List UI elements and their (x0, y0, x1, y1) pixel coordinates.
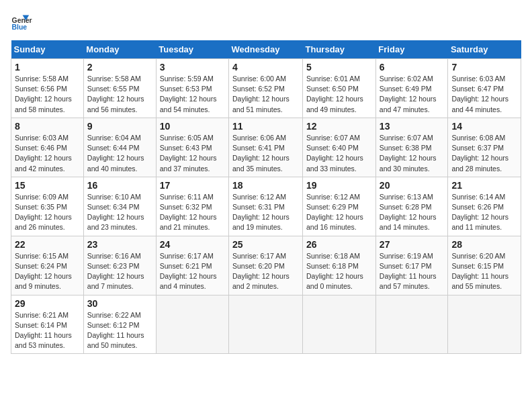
day-info: Sunrise: 6:13 AMSunset: 6:28 PMDaylight:… (380, 192, 445, 233)
day-info: Sunrise: 6:02 AMSunset: 6:49 PMDaylight:… (380, 74, 445, 115)
day-info: Sunrise: 6:12 AMSunset: 6:29 PMDaylight:… (306, 192, 372, 233)
calendar-cell: 28Sunrise: 6:20 AMSunset: 6:15 PMDayligh… (448, 236, 521, 295)
day-info: Sunrise: 5:58 AMSunset: 6:56 PMDaylight:… (15, 74, 80, 115)
calendar-cell: 26Sunrise: 6:18 AMSunset: 6:18 PMDayligh… (303, 236, 376, 295)
day-info: Sunrise: 6:12 AMSunset: 6:31 PMDaylight:… (232, 192, 299, 233)
svg-text:General: General (12, 17, 32, 24)
logo-icon: General Blue (11, 11, 32, 32)
calendar-cell: 6Sunrise: 6:02 AMSunset: 6:49 PMDaylight… (375, 59, 448, 118)
calendar-cell (448, 295, 521, 354)
day-number: 19 (306, 180, 372, 191)
calendar-cell: 30Sunrise: 6:22 AMSunset: 6:12 PMDayligh… (83, 295, 156, 354)
col-header-saturday: Saturday (448, 40, 521, 59)
calendar-cell: 3Sunrise: 5:59 AMSunset: 6:53 PMDaylight… (156, 59, 228, 118)
col-header-wednesday: Wednesday (229, 40, 303, 59)
calendar-cell: 17Sunrise: 6:11 AMSunset: 6:32 PMDayligh… (156, 177, 228, 236)
col-header-sunday: Sunday (11, 40, 84, 59)
day-info: Sunrise: 6:01 AMSunset: 6:50 PMDaylight:… (306, 74, 372, 115)
day-info: Sunrise: 6:10 AMSunset: 6:34 PMDaylight:… (87, 192, 152, 233)
calendar-week-2: 15Sunrise: 6:09 AMSunset: 6:35 PMDayligh… (11, 177, 521, 236)
day-number: 22 (15, 239, 80, 250)
day-info: Sunrise: 6:20 AMSunset: 6:15 PMDaylight:… (451, 251, 517, 292)
calendar-cell: 11Sunrise: 6:06 AMSunset: 6:41 PMDayligh… (229, 118, 303, 177)
day-number: 9 (87, 121, 152, 132)
col-header-friday: Friday (375, 40, 448, 59)
day-number: 21 (451, 180, 517, 191)
calendar-cell: 4Sunrise: 6:00 AMSunset: 6:52 PMDaylight… (229, 59, 303, 118)
day-info: Sunrise: 6:03 AMSunset: 6:46 PMDaylight:… (15, 133, 80, 174)
calendar-cell: 29Sunrise: 6:21 AMSunset: 6:14 PMDayligh… (11, 295, 84, 354)
calendar-cell: 21Sunrise: 6:14 AMSunset: 6:26 PMDayligh… (448, 177, 521, 236)
calendar-week-0: 1Sunrise: 5:58 AMSunset: 6:56 PMDaylight… (11, 59, 521, 118)
col-header-monday: Monday (83, 40, 156, 59)
day-info: Sunrise: 6:03 AMSunset: 6:47 PMDaylight:… (451, 74, 517, 115)
calendar-cell (375, 295, 448, 354)
svg-text:Blue: Blue (12, 24, 28, 31)
day-number: 12 (306, 121, 372, 132)
col-header-thursday: Thursday (303, 40, 376, 59)
calendar-cell: 2Sunrise: 5:58 AMSunset: 6:55 PMDaylight… (83, 59, 156, 118)
calendar-cell: 18Sunrise: 6:12 AMSunset: 6:31 PMDayligh… (229, 177, 303, 236)
day-number: 25 (232, 239, 299, 250)
day-number: 6 (380, 62, 445, 73)
day-info: Sunrise: 6:08 AMSunset: 6:37 PMDaylight:… (451, 133, 517, 174)
day-number: 20 (380, 180, 445, 191)
day-number: 27 (380, 239, 445, 250)
calendar-cell: 13Sunrise: 6:07 AMSunset: 6:38 PMDayligh… (375, 118, 448, 177)
day-number: 13 (380, 121, 445, 132)
day-number: 3 (160, 62, 225, 73)
day-info: Sunrise: 5:58 AMSunset: 6:55 PMDaylight:… (87, 74, 152, 115)
day-number: 15 (15, 180, 80, 191)
calendar-cell: 12Sunrise: 6:07 AMSunset: 6:40 PMDayligh… (303, 118, 376, 177)
calendar-cell: 5Sunrise: 6:01 AMSunset: 6:50 PMDaylight… (303, 59, 376, 118)
day-number: 14 (451, 121, 517, 132)
calendar-week-3: 22Sunrise: 6:15 AMSunset: 6:24 PMDayligh… (11, 236, 521, 295)
logo: General Blue (11, 11, 35, 32)
calendar-cell: 14Sunrise: 6:08 AMSunset: 6:37 PMDayligh… (448, 118, 521, 177)
day-number: 1 (15, 62, 80, 73)
day-number: 10 (160, 121, 225, 132)
calendar-week-1: 8Sunrise: 6:03 AMSunset: 6:46 PMDaylight… (11, 118, 521, 177)
calendar-cell: 24Sunrise: 6:17 AMSunset: 6:21 PMDayligh… (156, 236, 228, 295)
calendar-cell: 25Sunrise: 6:17 AMSunset: 6:20 PMDayligh… (229, 236, 303, 295)
day-info: Sunrise: 6:18 AMSunset: 6:18 PMDaylight:… (306, 251, 372, 292)
day-info: Sunrise: 6:04 AMSunset: 6:44 PMDaylight:… (87, 133, 152, 174)
calendar-cell: 23Sunrise: 6:16 AMSunset: 6:23 PMDayligh… (83, 236, 156, 295)
day-info: Sunrise: 6:16 AMSunset: 6:23 PMDaylight:… (87, 251, 152, 292)
day-number: 11 (232, 121, 299, 132)
day-number: 28 (451, 239, 517, 250)
day-info: Sunrise: 6:17 AMSunset: 6:20 PMDaylight:… (232, 251, 299, 292)
calendar-cell: 15Sunrise: 6:09 AMSunset: 6:35 PMDayligh… (11, 177, 84, 236)
calendar-cell: 1Sunrise: 5:58 AMSunset: 6:56 PMDaylight… (11, 59, 84, 118)
day-info: Sunrise: 6:14 AMSunset: 6:26 PMDaylight:… (451, 192, 517, 233)
calendar-cell: 19Sunrise: 6:12 AMSunset: 6:29 PMDayligh… (303, 177, 376, 236)
day-number: 5 (306, 62, 372, 73)
day-info: Sunrise: 6:17 AMSunset: 6:21 PMDaylight:… (160, 251, 225, 292)
day-number: 17 (160, 180, 225, 191)
calendar-cell: 27Sunrise: 6:19 AMSunset: 6:17 PMDayligh… (375, 236, 448, 295)
day-info: Sunrise: 6:15 AMSunset: 6:24 PMDaylight:… (15, 251, 80, 292)
calendar-cell: 20Sunrise: 6:13 AMSunset: 6:28 PMDayligh… (375, 177, 448, 236)
calendar-cell: 9Sunrise: 6:04 AMSunset: 6:44 PMDaylight… (83, 118, 156, 177)
day-number: 18 (232, 180, 299, 191)
day-info: Sunrise: 6:21 AMSunset: 6:14 PMDaylight:… (15, 310, 80, 351)
day-info: Sunrise: 5:59 AMSunset: 6:53 PMDaylight:… (160, 74, 225, 115)
day-info: Sunrise: 6:22 AMSunset: 6:12 PMDaylight:… (87, 310, 152, 351)
day-number: 29 (15, 298, 80, 309)
calendar-cell (303, 295, 376, 354)
day-number: 16 (87, 180, 152, 191)
day-info: Sunrise: 6:09 AMSunset: 6:35 PMDaylight:… (15, 192, 80, 233)
day-number: 30 (87, 298, 152, 309)
page-header: General Blue (11, 11, 521, 32)
calendar-week-4: 29Sunrise: 6:21 AMSunset: 6:14 PMDayligh… (11, 295, 521, 354)
calendar-cell: 8Sunrise: 6:03 AMSunset: 6:46 PMDaylight… (11, 118, 84, 177)
calendar-cell: 22Sunrise: 6:15 AMSunset: 6:24 PMDayligh… (11, 236, 84, 295)
day-number: 2 (87, 62, 152, 73)
calendar-cell: 7Sunrise: 6:03 AMSunset: 6:47 PMDaylight… (448, 59, 521, 118)
calendar-cell (156, 295, 228, 354)
calendar-cell: 10Sunrise: 6:05 AMSunset: 6:43 PMDayligh… (156, 118, 228, 177)
day-info: Sunrise: 6:07 AMSunset: 6:40 PMDaylight:… (306, 133, 372, 174)
day-info: Sunrise: 6:07 AMSunset: 6:38 PMDaylight:… (380, 133, 445, 174)
day-number: 23 (87, 239, 152, 250)
day-info: Sunrise: 6:11 AMSunset: 6:32 PMDaylight:… (160, 192, 225, 233)
